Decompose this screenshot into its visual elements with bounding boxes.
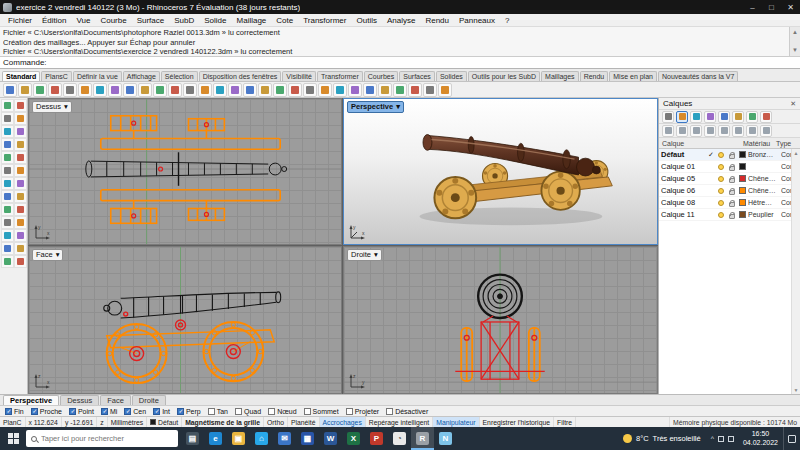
action-center-button[interactable] <box>783 427 800 450</box>
viewport-face-title[interactable]: Face▾ <box>32 249 63 261</box>
current-layer-button[interactable]: Défaut <box>147 417 182 427</box>
osnap-point-checkbox[interactable] <box>69 408 76 415</box>
osnap-perp[interactable]: Perp <box>177 408 201 415</box>
toggle-reperage-intelligent[interactable]: Repérage intelligent <box>366 417 433 427</box>
layer-linetype[interactable]: Cont… <box>781 211 791 218</box>
delete-icon[interactable] <box>138 83 152 97</box>
layer-linetype[interactable]: Cont… <box>781 175 791 182</box>
layer-material[interactable]: Bronz… <box>748 151 781 158</box>
extrude-solid-icon[interactable] <box>1 203 14 216</box>
osnap-tan[interactable]: Tan <box>208 408 228 415</box>
panel-tab-libraries-icon[interactable] <box>732 111 744 123</box>
solid-tools-icon[interactable] <box>333 83 347 97</box>
osnap-cen[interactable]: Cen <box>124 408 146 415</box>
rotate-icon[interactable] <box>183 83 197 97</box>
osnap-sommet[interactable]: Sommet <box>304 408 339 415</box>
rotate-view-icon[interactable] <box>258 83 272 97</box>
osnap-quad[interactable]: Quad <box>235 408 261 415</box>
osnap-point[interactable]: Point <box>69 408 94 415</box>
chrome-icon[interactable]: ◔ <box>388 427 411 450</box>
toolbar-tab-mise-en-plan[interactable]: Mise en plan <box>609 71 657 81</box>
surface-tools-icon[interactable] <box>303 83 317 97</box>
menu-solide[interactable]: Solide <box>199 16 231 25</box>
new-layer-icon[interactable] <box>662 125 674 137</box>
menu-fichier[interactable]: Fichier <box>3 16 37 25</box>
undo-icon[interactable] <box>108 83 122 97</box>
fillet-icon[interactable] <box>1 242 14 255</box>
visibility-bulb-icon[interactable] <box>715 188 726 194</box>
excel-icon[interactable]: X <box>342 427 365 450</box>
layer-row-defaut[interactable]: Défaut✓Bronz…Cont… <box>659 149 791 161</box>
boolean-icon[interactable] <box>348 83 362 97</box>
toolbar-tab-transformer[interactable]: Transformer <box>317 71 363 81</box>
save-icon[interactable] <box>33 83 47 97</box>
visibility-bulb-icon[interactable] <box>715 212 726 218</box>
layer-color-chip[interactable] <box>737 163 748 170</box>
osnap-n-ud-checkbox[interactable] <box>268 408 275 415</box>
menu-rendu[interactable]: Rendu <box>420 16 454 25</box>
units-button[interactable]: Millimètres <box>108 417 147 427</box>
layer-list-scrollbar[interactable]: ▲▼ <box>791 149 800 394</box>
command-history[interactable]: Fichier « C:\Users\onlfa\Documents\photo… <box>0 27 800 57</box>
mirror-icon[interactable] <box>213 83 227 97</box>
settings-icon[interactable] <box>760 125 772 137</box>
menu-vue[interactable]: Vue <box>71 16 95 25</box>
lock-icon[interactable] <box>726 211 737 219</box>
column-type[interactable]: Type <box>776 140 800 147</box>
rotate-icon[interactable] <box>14 112 27 125</box>
command-history-scrollbar[interactable]: ▲▼ <box>789 27 800 56</box>
arc-icon[interactable] <box>1 151 14 164</box>
osnap-proche[interactable]: Proche <box>31 408 62 415</box>
layer-row-calque-11[interactable]: Calque 11PeuplierCont… <box>659 209 791 221</box>
polyline-icon[interactable] <box>1 138 14 151</box>
layer-linetype[interactable]: Cont… <box>781 199 791 206</box>
column-materiau[interactable]: Matériau <box>743 140 776 147</box>
osnap-mi[interactable]: Mi <box>101 408 117 415</box>
layer-color-chip[interactable] <box>737 151 748 158</box>
plane-surface-icon[interactable] <box>1 177 14 190</box>
panel-tab-viewport-layout-icon[interactable] <box>704 111 716 123</box>
boolean-union-icon[interactable] <box>1 229 14 242</box>
menu-courbe[interactable]: Courbe <box>95 16 131 25</box>
toolbar-tab-affichage[interactable]: Affichage <box>123 71 160 81</box>
toggle-filtre[interactable]: Filtre <box>554 417 576 427</box>
osnap-mi-checkbox[interactable] <box>101 408 108 415</box>
render-icon[interactable] <box>423 83 437 97</box>
lock-icon[interactable] <box>726 151 737 159</box>
menu-maillage[interactable]: Maillage <box>232 16 272 25</box>
panel-tab-layers-icon[interactable] <box>676 111 688 123</box>
menu-cote[interactable]: Cote <box>271 16 298 25</box>
viewport-droite-title[interactable]: Droite▾ <box>347 249 382 261</box>
viewport-droite[interactable]: Droite▾ <box>343 246 658 394</box>
word-icon[interactable]: W <box>319 427 342 450</box>
viewport-dessus-title[interactable]: Dessus▾ <box>32 101 72 113</box>
osnap-proche-checkbox[interactable] <box>31 408 38 415</box>
pan-icon[interactable] <box>243 83 257 97</box>
new-file-icon[interactable] <box>3 83 17 97</box>
taskbar-clock[interactable]: 16:50 04.02.2022 <box>738 430 783 447</box>
osnap-sommet-checkbox[interactable] <box>304 408 311 415</box>
close-button[interactable]: ✕ <box>781 0 800 14</box>
toolbar-tab-outils-pour-les-subd[interactable]: Outils pour les SubD <box>468 71 540 81</box>
layer-material[interactable]: Hêtre… <box>748 199 781 206</box>
scale-icon[interactable] <box>1 125 14 138</box>
visibility-bulb-icon[interactable] <box>715 200 726 206</box>
rectangle-icon[interactable] <box>14 151 27 164</box>
osnap-fin[interactable]: Fin <box>5 408 24 415</box>
toolbar-tab-disposition-des-fenetres[interactable]: Disposition des fenêtres <box>199 71 282 81</box>
minimize-button[interactable]: – <box>743 0 762 14</box>
panel-tab-rendering-icon[interactable] <box>746 111 758 123</box>
delete-layer-icon[interactable] <box>690 125 702 137</box>
osnap-desactiver[interactable]: Désactiver <box>386 408 428 415</box>
copy-icon[interactable] <box>78 83 92 97</box>
cplane-button[interactable]: PlanC <box>0 417 26 427</box>
circle-icon[interactable] <box>14 138 27 151</box>
system-tray[interactable]: ^ <box>707 435 738 442</box>
layer-material[interactable]: Chêne… <box>748 187 781 194</box>
layer-linetype[interactable]: Cont… <box>781 187 791 194</box>
layer-manager-icon[interactable] <box>393 83 407 97</box>
trim-icon[interactable] <box>363 83 377 97</box>
maximize-button[interactable]: □ <box>762 0 781 14</box>
viewport-perspective[interactable]: Perspective▾ <box>343 98 658 245</box>
toolbar-tab-maillages[interactable]: Maillages <box>541 71 579 81</box>
